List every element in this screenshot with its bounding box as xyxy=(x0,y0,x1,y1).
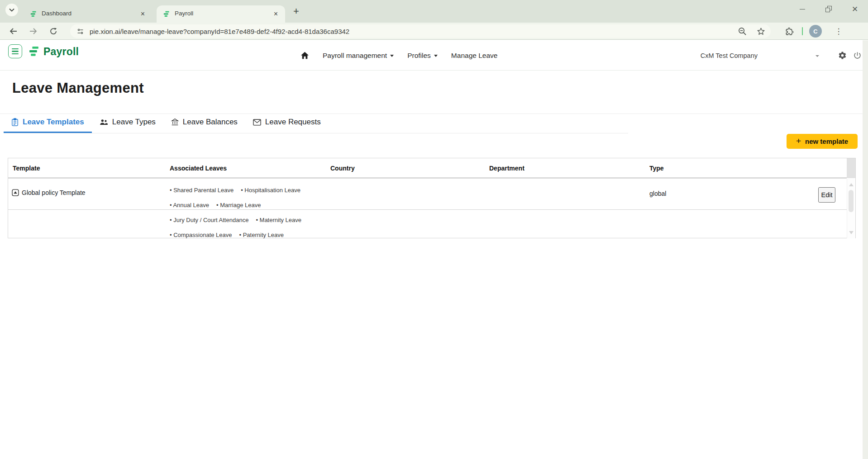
chevron-down-icon xyxy=(9,8,14,12)
close-window-button[interactable]: ✕ xyxy=(842,0,868,18)
scrollbar-thumb[interactable] xyxy=(849,190,854,212)
tab-label: Leave Templates xyxy=(23,118,84,127)
leaf-item: Shared Parental Leave xyxy=(170,187,234,194)
app-header: Payroll Payroll management Profiles xyxy=(0,40,868,71)
payroll-logo-icon xyxy=(28,46,40,57)
tab-search-button[interactable] xyxy=(5,4,18,16)
tab-label: Dashboard xyxy=(42,10,128,17)
extensions-icon[interactable] xyxy=(782,23,797,40)
company-selector[interactable]: CxM Test Company xyxy=(701,52,758,59)
payroll-favicon xyxy=(163,11,170,18)
leaf-item: Hospitalisation Leave xyxy=(241,187,300,194)
nav-label: Manage Leave xyxy=(451,52,498,60)
browser-tab-payroll[interactable]: Payroll × xyxy=(157,5,285,23)
leaf-item: Maternity Leave xyxy=(256,217,301,223)
leaf-line: Jury Duty / Court Attendance Maternity L… xyxy=(170,217,482,232)
site-settings-icon[interactable] xyxy=(76,28,84,35)
column-header-template: Template xyxy=(13,165,40,172)
column-header-leaves: Associated Leaves xyxy=(170,165,227,172)
column-header-type: Type xyxy=(649,165,664,172)
tab-leave-templates[interactable]: Leave Templates xyxy=(4,114,92,133)
scrollbar-corner xyxy=(847,158,855,178)
leaf-line: Shared Parental Leave Hospitalisation Le… xyxy=(170,187,482,202)
tab-label: Leave Balances xyxy=(183,118,238,127)
scroll-up-icon[interactable] xyxy=(849,183,854,186)
nav-payroll-management[interactable]: Payroll management xyxy=(323,52,394,60)
column-header-department: Department xyxy=(489,165,525,172)
table-body: Global policy Template Shared Parental L… xyxy=(8,179,855,238)
browser-tab-dashboard[interactable]: Dashboard × xyxy=(24,5,152,23)
leaf-item: Paternity Leave xyxy=(239,232,284,238)
nav-profiles[interactable]: Profiles xyxy=(407,52,438,60)
tab-leave-balances[interactable]: Leave Balances xyxy=(163,114,245,133)
browser-window: Dashboard × Payroll × + ✕ xyxy=(0,0,868,459)
leaf-item: Jury Duty / Court Attendance xyxy=(170,217,248,223)
hamburger-menu-button[interactable] xyxy=(8,44,22,58)
page-content: Payroll Payroll management Profiles xyxy=(0,40,868,459)
envelope-icon xyxy=(253,119,261,126)
page-title: Leave Management xyxy=(12,80,144,96)
plus-icon: + xyxy=(796,136,801,146)
forward-icon[interactable] xyxy=(25,23,41,40)
page-scrollbar[interactable] xyxy=(863,40,868,459)
profile-avatar[interactable]: C xyxy=(809,25,822,38)
close-tab-icon[interactable]: × xyxy=(272,9,280,19)
brand-logo[interactable]: Payroll xyxy=(28,44,79,59)
main-nav: Payroll management Profiles Manage Leave xyxy=(300,40,497,71)
table-header: Template Associated Leaves Country Depar… xyxy=(8,158,855,178)
tab-label: Leave Types xyxy=(112,118,156,127)
nav-label: Payroll management xyxy=(323,52,387,60)
bookmark-star-icon[interactable] xyxy=(757,27,765,36)
scroll-down-icon[interactable] xyxy=(849,231,854,234)
table-row-template-cell: Global policy Template xyxy=(12,189,86,196)
associated-leaves-list: Shared Parental Leave Hospitalisation Le… xyxy=(170,187,482,238)
settings-gear-icon[interactable] xyxy=(838,51,847,60)
table-scrollbar[interactable] xyxy=(847,179,855,238)
nav-home[interactable] xyxy=(300,52,309,59)
clipboard-icon xyxy=(11,118,19,126)
url-text: pie.xion.ai/leave/manage-leave?companyId… xyxy=(90,28,738,35)
button-label: new template xyxy=(805,137,848,145)
logout-power-icon[interactable] xyxy=(853,51,862,60)
payroll-favicon xyxy=(30,11,37,18)
tab-label: Payroll xyxy=(175,10,261,17)
bank-icon xyxy=(171,118,179,126)
restore-button[interactable] xyxy=(816,0,842,18)
leaf-item: Marriage Leave xyxy=(216,202,261,208)
leaf-item: Annual Leave xyxy=(170,202,209,208)
chevron-down-icon xyxy=(390,55,394,57)
minimize-button[interactable] xyxy=(789,0,816,18)
new-template-button[interactable]: + new template xyxy=(787,134,858,149)
tab-leave-requests[interactable]: Leave Requests xyxy=(245,114,329,133)
leaf-line: Compassionate Leave Paternity Leave xyxy=(170,232,482,238)
nav-label: Profiles xyxy=(407,52,431,60)
nav-manage-leave[interactable]: Manage Leave xyxy=(451,52,498,60)
leave-tabs: Leave Templates Leave Types Leave Balanc… xyxy=(4,114,628,133)
zoom-out-icon[interactable] xyxy=(738,27,747,36)
chevron-down-icon xyxy=(434,55,438,57)
collapse-row-icon[interactable] xyxy=(12,189,19,196)
leaf-item: Compassionate Leave xyxy=(170,232,232,238)
tab-label: Leave Requests xyxy=(265,118,321,127)
browser-menu-icon[interactable]: ⋮ xyxy=(832,23,845,40)
column-header-country: Country xyxy=(330,165,355,172)
window-controls: ✕ xyxy=(789,0,868,18)
browser-toolbar: pie.xion.ai/leave/manage-leave?companyId… xyxy=(0,23,868,40)
brand-name: Payroll xyxy=(43,46,79,58)
url-bar[interactable]: pie.xion.ai/leave/manage-leave?companyId… xyxy=(70,24,771,38)
reload-icon[interactable] xyxy=(46,23,61,40)
chevron-down-icon[interactable] xyxy=(816,55,819,57)
tab-leave-types[interactable]: Leave Types xyxy=(92,114,163,133)
leaf-line: Annual Leave Marriage Leave xyxy=(170,202,482,217)
header-right: CxM Test Company xyxy=(701,40,862,71)
close-tab-icon[interactable]: × xyxy=(139,9,147,19)
browser-titlebar: Dashboard × Payroll × + ✕ xyxy=(0,0,868,23)
template-name: Global policy Template xyxy=(22,189,86,196)
new-tab-button[interactable]: + xyxy=(293,6,299,16)
people-icon xyxy=(100,118,108,126)
edit-button[interactable]: Edit xyxy=(818,187,835,203)
leave-templates-table: Template Associated Leaves Country Depar… xyxy=(8,158,856,238)
toolbar-divider xyxy=(802,27,803,35)
back-icon[interactable] xyxy=(5,23,21,40)
type-value: global xyxy=(649,190,666,197)
